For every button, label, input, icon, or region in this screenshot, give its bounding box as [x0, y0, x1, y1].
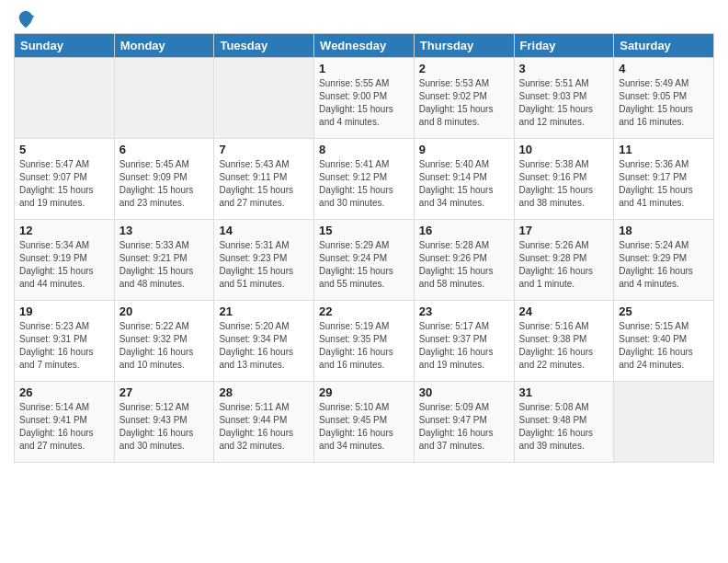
day-info: Sunrise: 5:38 AMSunset: 9:16 PMDaylight:… [519, 158, 609, 210]
calendar-cell: 21Sunrise: 5:20 AMSunset: 9:34 PMDayligh… [214, 301, 314, 382]
day-info: Sunrise: 5:47 AMSunset: 9:07 PMDaylight:… [19, 158, 109, 210]
calendar-cell: 9Sunrise: 5:40 AMSunset: 9:14 PMDaylight… [414, 139, 514, 220]
day-info: Sunrise: 5:14 AMSunset: 9:41 PMDaylight:… [19, 401, 109, 453]
day-number: 24 [519, 304, 609, 318]
calendar-cell: 16Sunrise: 5:28 AMSunset: 9:26 PMDayligh… [414, 220, 514, 301]
day-number: 23 [419, 304, 509, 318]
calendar-cell: 6Sunrise: 5:45 AMSunset: 9:09 PMDaylight… [114, 139, 214, 220]
day-number: 18 [619, 224, 709, 237]
weekday-header-sunday: Sunday [15, 34, 115, 58]
day-number: 9 [419, 143, 509, 156]
day-info: Sunrise: 5:12 AMSunset: 9:43 PMDaylight:… [119, 401, 210, 453]
day-number: 21 [219, 304, 309, 318]
day-info: Sunrise: 5:20 AMSunset: 9:34 PMDaylight:… [219, 320, 309, 372]
logo-icon [16, 9, 36, 29]
day-number: 16 [419, 224, 509, 237]
calendar-week-row: 12Sunrise: 5:34 AMSunset: 9:19 PMDayligh… [15, 220, 714, 301]
day-number: 5 [19, 143, 109, 156]
calendar-week-row: 19Sunrise: 5:23 AMSunset: 9:31 PMDayligh… [15, 301, 714, 382]
calendar-cell: 17Sunrise: 5:26 AMSunset: 9:28 PMDayligh… [514, 220, 614, 301]
day-number: 25 [619, 304, 709, 318]
calendar-cell: 27Sunrise: 5:12 AMSunset: 9:43 PMDayligh… [114, 382, 214, 463]
calendar-cell [614, 382, 714, 463]
calendar-cell: 29Sunrise: 5:10 AMSunset: 9:45 PMDayligh… [314, 382, 415, 463]
calendar-cell: 15Sunrise: 5:29 AMSunset: 9:24 PMDayligh… [314, 220, 415, 301]
calendar-cell: 26Sunrise: 5:14 AMSunset: 9:41 PMDayligh… [15, 382, 115, 463]
day-info: Sunrise: 5:10 AMSunset: 9:45 PMDaylight:… [319, 401, 409, 453]
calendar-cell: 18Sunrise: 5:24 AMSunset: 9:29 PMDayligh… [614, 220, 714, 301]
weekday-header-saturday: Saturday [614, 34, 714, 58]
day-number: 26 [19, 385, 109, 399]
calendar-cell: 12Sunrise: 5:34 AMSunset: 9:19 PMDayligh… [15, 220, 115, 301]
calendar-cell: 20Sunrise: 5:22 AMSunset: 9:32 PMDayligh… [114, 301, 214, 382]
day-number: 15 [319, 224, 409, 237]
page-container: SundayMondayTuesdayWednesdayThursdayFrid… [0, 0, 728, 472]
calendar-cell: 1Sunrise: 5:55 AMSunset: 9:00 PMDaylight… [314, 58, 415, 139]
calendar-cell: 13Sunrise: 5:33 AMSunset: 9:21 PMDayligh… [114, 220, 214, 301]
day-number: 4 [619, 62, 709, 75]
day-number: 20 [119, 304, 210, 318]
day-number: 7 [219, 143, 309, 156]
weekday-header-monday: Monday [114, 34, 214, 58]
calendar-cell [214, 58, 314, 139]
day-info: Sunrise: 5:49 AMSunset: 9:05 PMDaylight:… [619, 77, 709, 129]
day-number: 6 [119, 143, 210, 156]
day-info: Sunrise: 5:22 AMSunset: 9:32 PMDaylight:… [119, 320, 210, 372]
day-number: 8 [319, 143, 409, 156]
day-number: 3 [519, 62, 609, 75]
day-info: Sunrise: 5:11 AMSunset: 9:44 PMDaylight:… [219, 401, 309, 453]
day-number: 27 [119, 385, 210, 399]
calendar-cell: 5Sunrise: 5:47 AMSunset: 9:07 PMDaylight… [15, 139, 115, 220]
day-info: Sunrise: 5:28 AMSunset: 9:26 PMDaylight:… [419, 239, 509, 291]
calendar-week-row: 26Sunrise: 5:14 AMSunset: 9:41 PMDayligh… [15, 382, 714, 463]
weekday-header-thursday: Thursday [414, 34, 514, 58]
calendar-cell: 2Sunrise: 5:53 AMSunset: 9:02 PMDaylight… [414, 58, 514, 139]
day-info: Sunrise: 5:40 AMSunset: 9:14 PMDaylight:… [419, 158, 509, 210]
weekday-header-friday: Friday [514, 34, 614, 58]
day-number: 1 [319, 62, 409, 75]
day-info: Sunrise: 5:26 AMSunset: 9:28 PMDaylight:… [519, 239, 609, 291]
day-info: Sunrise: 5:24 AMSunset: 9:29 PMDaylight:… [619, 239, 709, 291]
day-info: Sunrise: 5:29 AMSunset: 9:24 PMDaylight:… [319, 239, 409, 291]
calendar-table: SundayMondayTuesdayWednesdayThursdayFrid… [14, 33, 714, 463]
day-info: Sunrise: 5:43 AMSunset: 9:11 PMDaylight:… [219, 158, 309, 210]
day-info: Sunrise: 5:09 AMSunset: 9:47 PMDaylight:… [419, 401, 509, 453]
weekday-header-wednesday: Wednesday [314, 34, 415, 58]
calendar-week-row: 5Sunrise: 5:47 AMSunset: 9:07 PMDaylight… [15, 139, 714, 220]
day-number: 14 [219, 224, 309, 237]
day-number: 17 [519, 224, 609, 237]
header [14, 9, 714, 26]
calendar-cell: 23Sunrise: 5:17 AMSunset: 9:37 PMDayligh… [414, 301, 514, 382]
calendar-cell: 14Sunrise: 5:31 AMSunset: 9:23 PMDayligh… [214, 220, 314, 301]
day-info: Sunrise: 5:33 AMSunset: 9:21 PMDaylight:… [119, 239, 210, 291]
weekday-header-tuesday: Tuesday [214, 34, 314, 58]
day-number: 28 [219, 385, 309, 399]
day-info: Sunrise: 5:19 AMSunset: 9:35 PMDaylight:… [319, 320, 409, 372]
calendar-cell: 3Sunrise: 5:51 AMSunset: 9:03 PMDaylight… [514, 58, 614, 139]
logo [14, 9, 36, 26]
day-number: 19 [19, 304, 109, 318]
day-number: 2 [419, 62, 509, 75]
day-info: Sunrise: 5:41 AMSunset: 9:12 PMDaylight:… [319, 158, 409, 210]
day-info: Sunrise: 5:36 AMSunset: 9:17 PMDaylight:… [619, 158, 709, 210]
day-info: Sunrise: 5:08 AMSunset: 9:48 PMDaylight:… [519, 401, 609, 453]
day-number: 30 [419, 385, 509, 399]
calendar-cell: 24Sunrise: 5:16 AMSunset: 9:38 PMDayligh… [514, 301, 614, 382]
calendar-cell: 25Sunrise: 5:15 AMSunset: 9:40 PMDayligh… [614, 301, 714, 382]
day-info: Sunrise: 5:16 AMSunset: 9:38 PMDaylight:… [519, 320, 609, 372]
day-info: Sunrise: 5:31 AMSunset: 9:23 PMDaylight:… [219, 239, 309, 291]
day-info: Sunrise: 5:45 AMSunset: 9:09 PMDaylight:… [119, 158, 210, 210]
calendar-cell: 30Sunrise: 5:09 AMSunset: 9:47 PMDayligh… [414, 382, 514, 463]
calendar-cell: 28Sunrise: 5:11 AMSunset: 9:44 PMDayligh… [214, 382, 314, 463]
day-number: 22 [319, 304, 409, 318]
day-info: Sunrise: 5:51 AMSunset: 9:03 PMDaylight:… [519, 77, 609, 129]
calendar-cell: 7Sunrise: 5:43 AMSunset: 9:11 PMDaylight… [214, 139, 314, 220]
calendar-cell: 19Sunrise: 5:23 AMSunset: 9:31 PMDayligh… [15, 301, 115, 382]
calendar-cell: 4Sunrise: 5:49 AMSunset: 9:05 PMDaylight… [614, 58, 714, 139]
day-number: 12 [19, 224, 109, 237]
day-info: Sunrise: 5:34 AMSunset: 9:19 PMDaylight:… [19, 239, 109, 291]
day-info: Sunrise: 5:15 AMSunset: 9:40 PMDaylight:… [619, 320, 709, 372]
calendar-week-row: 1Sunrise: 5:55 AMSunset: 9:00 PMDaylight… [15, 58, 714, 139]
calendar-cell: 31Sunrise: 5:08 AMSunset: 9:48 PMDayligh… [514, 382, 614, 463]
weekday-header-row: SundayMondayTuesdayWednesdayThursdayFrid… [15, 34, 714, 58]
